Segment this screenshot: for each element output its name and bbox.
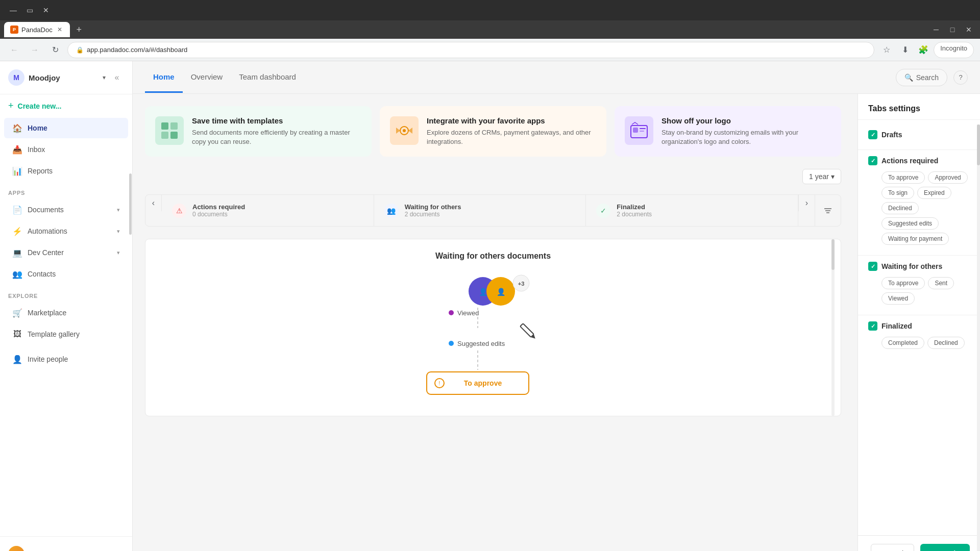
settings-finalized-title[interactable]: ✓ Finalized <box>868 321 970 331</box>
new-tab-button[interactable]: + <box>72 22 86 37</box>
help-button[interactable]: ? <box>953 70 968 85</box>
sidebar-item-automations-label: Automations <box>28 227 67 235</box>
promo-card-templates[interactable]: Save time with templates Send documents … <box>145 106 372 157</box>
back-button[interactable]: ← <box>6 42 22 58</box>
reload-button[interactable]: ↻ <box>47 42 63 58</box>
stats-item-finalized[interactable]: ✓ Finalized 2 documents <box>586 195 798 226</box>
stats-item-waiting-text: Waiting for others 2 documents <box>405 203 461 218</box>
action-waiting-payment[interactable]: Waiting for payment <box>881 233 949 245</box>
win-close[interactable]: ✕ <box>39 3 53 17</box>
sidebar-item-reports[interactable]: 📊 Reports <box>4 161 128 181</box>
org-chevron-icon[interactable]: ▾ <box>103 74 106 81</box>
sidebar-item-automations[interactable]: ⚡ Automations ▾ <box>4 221 128 241</box>
sidebar-item-dev-center[interactable]: 💻 Dev Center ▾ <box>4 242 128 263</box>
svg-rect-3 <box>170 132 178 139</box>
sidebar-item-marketplace-label: Marketplace <box>28 309 66 317</box>
sidebar-user[interactable]: SD Shane Dawson ••• <box>4 541 128 551</box>
drafts-checkbox[interactable]: ✓ <box>868 130 877 139</box>
sidebar-explore-nav: 🛒 Marketplace 🖼 Template gallery <box>0 302 132 345</box>
action-suggested-edits[interactable]: Suggested edits <box>881 217 939 230</box>
action-expired[interactable]: Expired <box>917 187 951 199</box>
promo-cards: Save time with templates Send documents … <box>145 106 841 157</box>
finalized-checkbox[interactable]: ✓ <box>868 321 877 331</box>
sidebar-footer: SD Shane Dawson ••• <box>0 536 132 551</box>
create-plus-icon: + <box>8 101 14 111</box>
actions-required-icon: ⚠ <box>172 204 186 218</box>
browser-chrome: — ▭ ✕ <box>0 0 980 20</box>
sidebar-collapse-button[interactable]: « <box>110 70 124 85</box>
stats-prev-button[interactable]: ‹ <box>145 195 162 211</box>
actions-checkbox[interactable]: ✓ <box>868 156 877 165</box>
viz-svg: 👤 👤 +3 Viewed <box>365 271 621 404</box>
sidebar-item-home[interactable]: 🏠 Home <box>4 118 128 138</box>
win-restore[interactable]: ▭ <box>22 3 37 17</box>
stats-filter-button[interactable] <box>815 195 841 226</box>
create-new-button[interactable]: + Create new... <box>0 94 132 117</box>
win-max2[interactable]: □ <box>945 22 960 37</box>
viz-title: Waiting for others documents <box>435 252 551 261</box>
waiting-to-approve[interactable]: To approve <box>881 277 925 289</box>
stats-bar: ‹ ⚠ Actions required 0 documents 👥 Wait <box>145 194 841 227</box>
tab-team-dashboard[interactable]: Team dashboard <box>231 62 304 93</box>
tab-home[interactable]: Home <box>145 62 183 93</box>
actions-label: Actions required <box>881 157 938 165</box>
address-bar[interactable]: 🔒 app.pandadoc.com/a/#/dashboard <box>67 42 874 58</box>
action-to-sign[interactable]: To sign <box>881 187 914 199</box>
waiting-sent[interactable]: Sent <box>928 277 954 289</box>
waiting-checkbox[interactable]: ✓ <box>868 262 877 271</box>
settings-section-waiting: ✓ Waiting for others To approve Sent Vie… <box>858 258 980 313</box>
action-to-approve[interactable]: To approve <box>881 171 925 184</box>
dev-center-expand-icon: ▾ <box>117 249 120 256</box>
finalized-declined[interactable]: Declined <box>927 337 965 349</box>
download-icon[interactable]: ⬇ <box>897 42 913 58</box>
sidebar-item-inbox[interactable]: 📥 Inbox <box>4 139 128 160</box>
stats-item-waiting[interactable]: 👥 Waiting for others 2 documents <box>374 195 586 226</box>
win-x2[interactable]: ✕ <box>962 22 976 37</box>
org-name: Moodjoy <box>29 73 99 82</box>
settings-actions-title[interactable]: ✓ Actions required <box>868 156 970 165</box>
sidebar-item-documents[interactable]: 📄 Documents ▾ <box>4 199 128 220</box>
browser-tab-close[interactable]: ✕ <box>56 26 64 34</box>
extension-icon[interactable]: 🧩 <box>915 42 932 58</box>
sidebar-item-marketplace[interactable]: 🛒 Marketplace <box>4 303 128 323</box>
waiting-for-others-label: Waiting for others <box>881 262 942 270</box>
org-logo: M <box>8 69 24 86</box>
sidebar-item-template-gallery[interactable]: 🖼 Template gallery <box>4 324 128 344</box>
action-approved[interactable]: Approved <box>928 171 967 184</box>
search-button[interactable]: 🔍 Search <box>896 69 947 86</box>
actions-sub-items: To approve Approved To sign Expired Decl… <box>868 169 970 249</box>
sidebar-item-inbox-label: Inbox <box>28 145 45 154</box>
stats-next-button[interactable]: › <box>798 195 815 211</box>
apply-button[interactable]: ✓ Apply <box>920 544 970 551</box>
sidebar-item-contacts[interactable]: 👥 Contacts <box>4 264 128 284</box>
tabs-settings-body: ✓ Drafts ✓ Actions required To approve <box>858 120 980 535</box>
finalized-completed[interactable]: Completed <box>881 337 924 349</box>
bookmark-icon[interactable]: ☆ <box>878 42 895 58</box>
promo-card-integrations[interactable]: Integrate with your favorite apps Explor… <box>380 106 606 157</box>
cancel-button[interactable]: Cancel <box>871 544 915 551</box>
action-declined[interactable]: Declined <box>881 202 919 214</box>
win-minimize[interactable]: — <box>6 3 20 17</box>
waiting-sub-items: To approve Sent Viewed <box>868 275 970 309</box>
settings-waiting-title[interactable]: ✓ Waiting for others <box>868 262 970 271</box>
svg-point-19 <box>449 310 454 315</box>
sidebar-invite-label: Invite people <box>28 355 68 363</box>
sidebar-apps-nav: 📄 Documents ▾ ⚡ Automations ▾ 💻 Dev Cent… <box>0 199 132 285</box>
forward-button[interactable]: → <box>27 42 43 58</box>
tab-overview[interactable]: Overview <box>183 62 231 93</box>
year-selector[interactable]: 1 year ▾ <box>802 169 841 184</box>
settings-footer: Cancel ✓ Apply <box>858 535 980 551</box>
stats-item-actions-required[interactable]: ⚠ Actions required 0 documents <box>162 195 374 226</box>
sidebar-item-dev-center-label: Dev Center <box>28 248 64 257</box>
documents-expand-icon: ▾ <box>117 207 120 213</box>
svg-text:+3: +3 <box>518 281 525 287</box>
sidebar-invite-people[interactable]: 👤 Invite people <box>4 349 128 369</box>
browser-tab-title: PandaDoc <box>21 26 53 34</box>
win-min2[interactable]: ─ <box>929 22 943 37</box>
promo-card-logo[interactable]: Show off your logo Stay on-brand by cust… <box>615 106 841 157</box>
svg-rect-24 <box>520 323 534 337</box>
main-header-right: 🔍 Search ? <box>896 69 968 86</box>
settings-drafts-title[interactable]: ✓ Drafts <box>868 130 970 139</box>
browser-tab-pandadoc[interactable]: P PandaDoc ✕ <box>4 22 70 37</box>
waiting-viewed[interactable]: Viewed <box>881 292 915 305</box>
